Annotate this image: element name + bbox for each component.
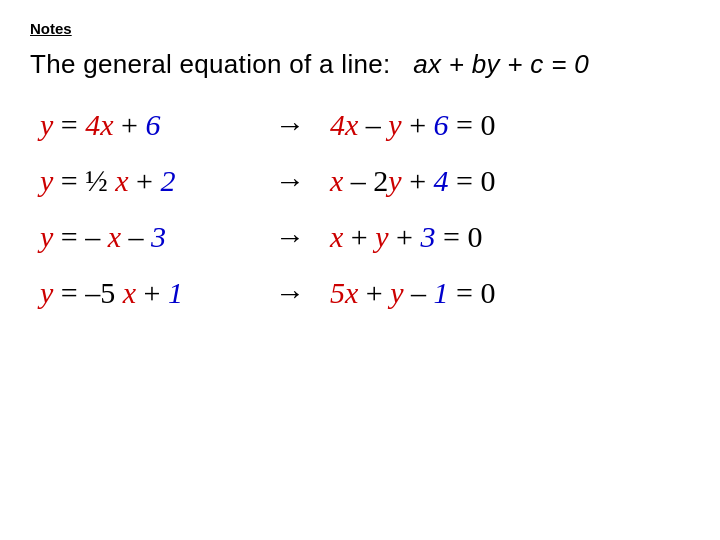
eq4-arrow: → [250, 276, 330, 310]
eq4-right: 5x + y – 1 = 0 [330, 276, 496, 310]
eq1-arrow: → [250, 108, 330, 142]
notes-heading: Notes [30, 20, 690, 37]
equation-row-3: y = – x – 3 → x + y + 3 = 0 [40, 220, 690, 254]
eq4-left: y = –5 x + 1 [40, 276, 250, 310]
eq1-right: 4x – y + 6 = 0 [330, 108, 496, 142]
eq2-right: x – 2y + 4 = 0 [330, 164, 496, 198]
equation-row-2: y = ½ x + 2 → x – 2y + 4 = 0 [40, 164, 690, 198]
equation-row-1: y = 4x + 6 → 4x – y + 6 = 0 [40, 108, 690, 142]
eq3-arrow: → [250, 220, 330, 254]
equations-grid: y = 4x + 6 → 4x – y + 6 = 0 y = ½ x + 2 … [30, 108, 690, 310]
general-equation-text: The general equation of a line: ax + by … [30, 49, 690, 80]
page: Notes The general equation of a line: ax… [0, 0, 720, 540]
eq2-left: y = ½ x + 2 [40, 164, 250, 198]
eq1-left: y = 4x + 6 [40, 108, 250, 142]
equation-row-4: y = –5 x + 1 → 5x + y – 1 = 0 [40, 276, 690, 310]
eq2-arrow: → [250, 164, 330, 198]
general-eq-formula: ax + by + c = 0 [413, 49, 589, 79]
eq3-right: x + y + 3 = 0 [330, 220, 482, 254]
intro-text: The general equation of a line: [30, 49, 406, 79]
eq3-left: y = – x – 3 [40, 220, 250, 254]
